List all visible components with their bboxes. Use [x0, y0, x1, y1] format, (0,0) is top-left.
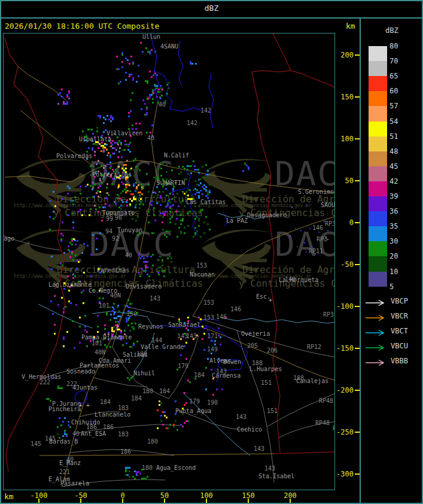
radar-echo-cell	[212, 394, 214, 396]
radar-echo-cell	[142, 187, 144, 189]
right-axis-label: 200	[340, 51, 354, 59]
map-label: RP12	[307, 344, 321, 350]
radar-echo-cell	[194, 193, 196, 195]
radar-echo-cell	[49, 229, 51, 230]
colorbar-label: 5	[389, 283, 394, 291]
bottom-axis-tick	[290, 499, 291, 503]
radar-echo-cell	[52, 313, 54, 315]
radar-echo-cell	[129, 151, 131, 153]
radar-echo-cell	[112, 178, 114, 180]
radar-echo-cell	[139, 192, 141, 193]
map-label: Pincheira	[48, 406, 81, 412]
map-label: +	[86, 403, 90, 409]
radar-echo-cell	[135, 158, 136, 160]
radar-echo-cell	[74, 275, 76, 277]
radar-echo-cell	[195, 63, 197, 65]
legend-arrow-vbcp	[365, 297, 389, 309]
radar-echo-cell	[178, 205, 179, 207]
radar-echo-cell	[124, 140, 126, 142]
radar-echo-cell	[194, 218, 196, 220]
colorbar-swatch	[369, 61, 387, 77]
radar-echo-cell	[114, 201, 115, 203]
radar-echo-cell	[72, 277, 74, 279]
radar-echo-cell	[156, 202, 158, 204]
radar-echo-cell	[62, 235, 64, 236]
radar-echo-cell	[66, 103, 68, 105]
radar-echo-cell	[191, 195, 193, 196]
radar-echo-cell	[78, 211, 80, 212]
radar-echo-cell	[62, 435, 64, 437]
radar-echo-cell	[129, 330, 131, 332]
map-label: Nacunan	[190, 272, 215, 278]
radar-echo-cell	[160, 85, 162, 87]
map-label: Uspallata	[79, 136, 111, 142]
radar-echo-cell	[112, 169, 114, 171]
radar-echo-cell	[160, 98, 162, 99]
radar-echo-cell	[139, 257, 141, 259]
radar-echo-cell	[218, 327, 220, 329]
radar-echo-cell	[152, 98, 154, 100]
colorbar-swatch	[369, 122, 387, 137]
radar-echo-cell	[189, 381, 191, 383]
colorbar-label: 39	[389, 192, 398, 201]
radar-echo-cell	[71, 200, 72, 202]
radar-echo-cell	[139, 473, 141, 475]
radar-echo-cell	[160, 402, 162, 404]
radar-echo-cell	[248, 168, 249, 170]
radar-echo-cell	[108, 152, 109, 154]
radar-echo-cell	[152, 265, 154, 266]
radar-echo-cell	[149, 51, 151, 53]
radar-echo-cell	[53, 218, 54, 220]
radar-echo-cell	[196, 216, 198, 218]
radar-echo-cell	[180, 214, 182, 216]
colorbar-label: 70	[389, 57, 398, 65]
radar-echo-cell	[72, 200, 74, 202]
radar-echo-cell	[176, 429, 178, 431]
radar-echo-cell	[57, 103, 59, 105]
radar-map-canvas[interactable]: DACCDirección de Agriculturay Contingenc…	[3, 33, 335, 490]
map-label: S.MARTIN	[156, 180, 185, 186]
radar-echo-cell	[125, 168, 127, 169]
radar-echo-cell	[184, 392, 185, 394]
radar-echo-cell	[60, 238, 62, 240]
radar-echo-cell	[190, 172, 192, 174]
map-label: 4SANU	[160, 44, 178, 50]
radar-echo-cell	[214, 340, 216, 342]
radar-echo-cell	[106, 346, 108, 348]
radar-echo-cell	[160, 162, 162, 164]
radar-echo-cell	[129, 74, 130, 75]
map-label: Nihuil	[133, 371, 155, 377]
radar-echo-cell	[129, 476, 130, 478]
map-label: 179	[189, 399, 200, 405]
radar-echo-cell	[120, 142, 122, 144]
radar-echo-cell	[130, 168, 132, 169]
radar-echo-cell	[112, 119, 114, 120]
radar-echo-cell	[92, 149, 93, 151]
radar-echo-cell	[121, 61, 123, 63]
radar-echo-cell	[95, 208, 97, 210]
radar-echo-cell	[153, 192, 154, 193]
radar-echo-cell	[90, 165, 92, 167]
radar-echo-cell	[68, 290, 70, 292]
map-label: Reyunos	[138, 324, 163, 330]
radar-echo-cell	[147, 476, 148, 478]
colorbar-label: 10	[389, 268, 398, 276]
radar-echo-cell	[125, 186, 127, 188]
radar-echo-cell	[101, 220, 103, 221]
radar-echo-cell	[209, 184, 211, 186]
map-label: 143	[150, 296, 160, 302]
map-label: 184	[159, 388, 170, 394]
radar-echo-cell	[176, 211, 178, 212]
radar-echo-cell	[124, 144, 126, 145]
radar-echo-cell	[118, 151, 120, 153]
radar-echo-cell	[178, 173, 180, 175]
colorbar-label: 30	[389, 237, 398, 245]
radar-echo-cell	[125, 470, 127, 472]
radar-echo-cell	[178, 318, 180, 320]
colorbar-swatch	[369, 211, 387, 227]
map-label: 99	[106, 216, 113, 222]
radar-echo-cell	[130, 110, 132, 112]
radar-echo-cell	[109, 167, 111, 169]
radar-echo-cell	[196, 230, 198, 232]
right-axis-tick	[355, 138, 360, 139]
